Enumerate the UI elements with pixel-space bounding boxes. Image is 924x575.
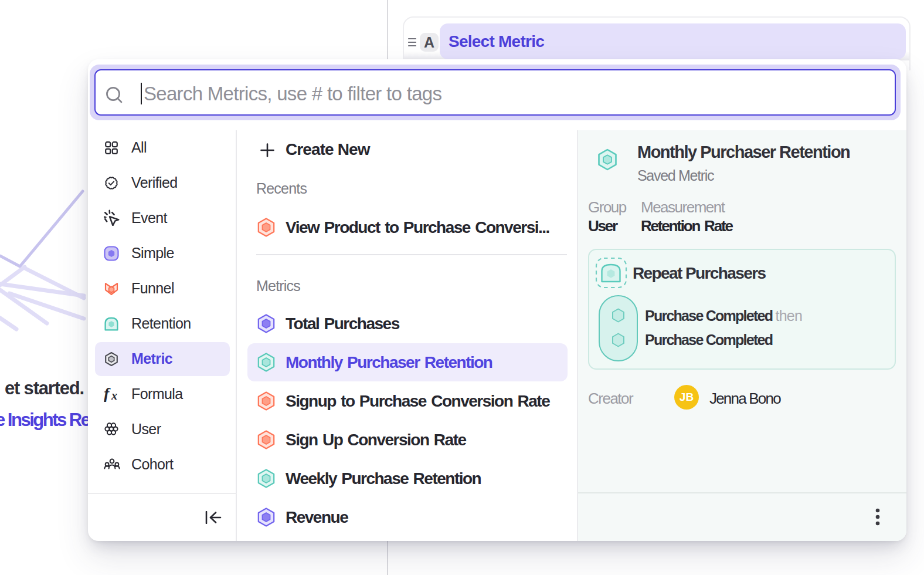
svg-text:f: f (104, 387, 111, 402)
svg-text:x: x (111, 389, 117, 402)
